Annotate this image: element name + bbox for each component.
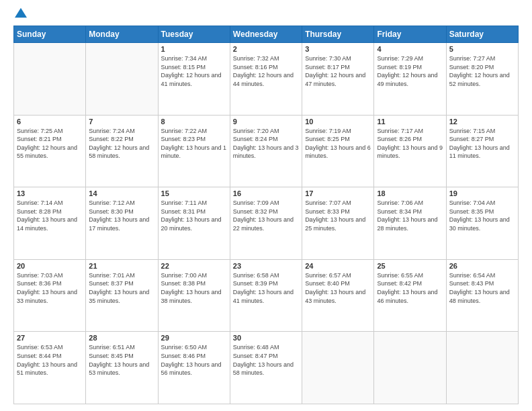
day-number: 13 <box>17 189 83 197</box>
calendar-cell: 24Sunrise: 6:57 AM Sunset: 8:40 PM Dayli… <box>302 259 374 332</box>
day-number: 5 <box>449 45 515 53</box>
calendar-cell: 22Sunrise: 7:00 AM Sunset: 8:38 PM Dayli… <box>158 259 230 332</box>
day-number: 29 <box>161 334 227 342</box>
calendar-body: 1Sunrise: 7:34 AM Sunset: 8:15 PM Daylig… <box>14 43 519 404</box>
calendar-cell: 7Sunrise: 7:24 AM Sunset: 8:22 PM Daylig… <box>86 115 158 187</box>
day-number: 19 <box>449 189 515 197</box>
day-number: 22 <box>161 262 227 270</box>
calendar-cell: 28Sunrise: 6:51 AM Sunset: 8:45 PM Dayli… <box>86 332 158 404</box>
calendar-cell: 2Sunrise: 7:32 AM Sunset: 8:16 PM Daylig… <box>230 43 302 116</box>
calendar-week-row-4: 20Sunrise: 7:03 AM Sunset: 8:36 PM Dayli… <box>14 259 519 332</box>
day-number: 30 <box>233 334 299 342</box>
day-info: Sunrise: 6:53 AM Sunset: 8:44 PM Dayligh… <box>17 343 83 377</box>
day-info: Sunrise: 7:04 AM Sunset: 8:35 PM Dayligh… <box>449 199 515 232</box>
page: SundayMondayTuesdayWednesdayThursdayFrid… <box>0 0 532 411</box>
day-info: Sunrise: 7:20 AM Sunset: 8:24 PM Dayligh… <box>233 127 299 161</box>
day-info: Sunrise: 7:22 AM Sunset: 8:23 PM Dayligh… <box>161 127 227 161</box>
day-info: Sunrise: 7:11 AM Sunset: 8:31 PM Dayligh… <box>161 199 227 232</box>
calendar-cell <box>86 43 158 116</box>
calendar-cell: 11Sunrise: 7:17 AM Sunset: 8:26 PM Dayli… <box>374 115 446 187</box>
day-info: Sunrise: 7:12 AM Sunset: 8:30 PM Dayligh… <box>89 199 154 232</box>
calendar-week-row-3: 13Sunrise: 7:14 AM Sunset: 8:28 PM Dayli… <box>14 187 519 260</box>
day-number: 2 <box>233 45 299 53</box>
day-number: 26 <box>449 262 515 270</box>
calendar-cell <box>374 332 446 404</box>
calendar-cell: 12Sunrise: 7:15 AM Sunset: 8:27 PM Dayli… <box>446 115 518 187</box>
calendar-cell: 9Sunrise: 7:20 AM Sunset: 8:24 PM Daylig… <box>230 115 302 187</box>
calendar-cell: 18Sunrise: 7:06 AM Sunset: 8:34 PM Dayli… <box>374 187 446 260</box>
calendar-weekday-tuesday: Tuesday <box>158 26 230 43</box>
day-number: 7 <box>89 118 154 126</box>
day-info: Sunrise: 6:50 AM Sunset: 8:46 PM Dayligh… <box>161 343 227 377</box>
calendar-weekday-friday: Friday <box>374 26 446 43</box>
day-info: Sunrise: 6:54 AM Sunset: 8:43 PM Dayligh… <box>449 271 515 305</box>
calendar-cell: 5Sunrise: 7:27 AM Sunset: 8:20 PM Daylig… <box>446 43 518 116</box>
day-info: Sunrise: 6:58 AM Sunset: 8:39 PM Dayligh… <box>233 271 299 305</box>
day-info: Sunrise: 7:14 AM Sunset: 8:28 PM Dayligh… <box>17 199 83 232</box>
day-info: Sunrise: 6:48 AM Sunset: 8:47 PM Dayligh… <box>233 343 299 377</box>
day-info: Sunrise: 7:19 AM Sunset: 8:25 PM Dayligh… <box>305 127 371 161</box>
day-info: Sunrise: 7:32 AM Sunset: 8:16 PM Dayligh… <box>233 54 299 88</box>
day-number: 24 <box>305 262 371 270</box>
day-number: 16 <box>233 189 299 197</box>
calendar-cell: 21Sunrise: 7:01 AM Sunset: 8:37 PM Dayli… <box>86 259 158 332</box>
day-info: Sunrise: 7:27 AM Sunset: 8:20 PM Dayligh… <box>449 54 515 88</box>
day-number: 4 <box>377 45 443 53</box>
day-number: 21 <box>89 262 154 270</box>
calendar-cell: 14Sunrise: 7:12 AM Sunset: 8:30 PM Dayli… <box>86 187 158 260</box>
day-number: 15 <box>161 189 227 197</box>
day-info: Sunrise: 7:30 AM Sunset: 8:17 PM Dayligh… <box>305 54 371 88</box>
calendar-cell: 16Sunrise: 7:09 AM Sunset: 8:32 PM Dayli… <box>230 187 302 260</box>
day-info: Sunrise: 7:17 AM Sunset: 8:26 PM Dayligh… <box>377 127 443 161</box>
calendar-cell: 17Sunrise: 7:07 AM Sunset: 8:33 PM Dayli… <box>302 187 374 260</box>
day-info: Sunrise: 6:57 AM Sunset: 8:40 PM Dayligh… <box>305 271 371 305</box>
day-info: Sunrise: 7:09 AM Sunset: 8:32 PM Dayligh… <box>233 199 299 232</box>
logo-icon <box>15 7 27 19</box>
day-number: 14 <box>89 189 154 197</box>
calendar-cell: 23Sunrise: 6:58 AM Sunset: 8:39 PM Dayli… <box>230 259 302 332</box>
day-number: 11 <box>377 118 443 126</box>
day-number: 23 <box>233 262 299 270</box>
day-number: 18 <box>377 189 443 197</box>
calendar-cell: 15Sunrise: 7:11 AM Sunset: 8:31 PM Dayli… <box>158 187 230 260</box>
calendar-cell: 10Sunrise: 7:19 AM Sunset: 8:25 PM Dayli… <box>302 115 374 187</box>
calendar-week-row-5: 27Sunrise: 6:53 AM Sunset: 8:44 PM Dayli… <box>14 332 519 404</box>
day-info: Sunrise: 6:51 AM Sunset: 8:45 PM Dayligh… <box>89 343 154 377</box>
day-info: Sunrise: 7:03 AM Sunset: 8:36 PM Dayligh… <box>17 271 83 305</box>
calendar-cell: 19Sunrise: 7:04 AM Sunset: 8:35 PM Dayli… <box>446 187 518 260</box>
day-number: 28 <box>89 334 154 342</box>
day-number: 17 <box>305 189 371 197</box>
calendar-cell: 20Sunrise: 7:03 AM Sunset: 8:36 PM Dayli… <box>14 259 86 332</box>
calendar-cell: 1Sunrise: 7:34 AM Sunset: 8:15 PM Daylig… <box>158 43 230 116</box>
day-info: Sunrise: 7:25 AM Sunset: 8:21 PM Dayligh… <box>17 127 83 161</box>
calendar-cell: 3Sunrise: 7:30 AM Sunset: 8:17 PM Daylig… <box>302 43 374 116</box>
calendar-week-row-1: 1Sunrise: 7:34 AM Sunset: 8:15 PM Daylig… <box>14 43 519 116</box>
day-number: 12 <box>449 118 515 126</box>
calendar-cell: 27Sunrise: 6:53 AM Sunset: 8:44 PM Dayli… <box>14 332 86 404</box>
day-number: 6 <box>17 118 83 126</box>
day-number: 10 <box>305 118 371 126</box>
calendar-table: SundayMondayTuesdayWednesdayThursdayFrid… <box>13 26 519 404</box>
calendar-cell <box>302 332 374 404</box>
day-info: Sunrise: 7:01 AM Sunset: 8:37 PM Dayligh… <box>89 271 154 305</box>
logo-text <box>13 12 27 19</box>
svg-marker-0 <box>15 8 27 17</box>
calendar-weekday-sunday: Sunday <box>14 26 86 43</box>
day-info: Sunrise: 7:07 AM Sunset: 8:33 PM Dayligh… <box>305 199 371 232</box>
day-info: Sunrise: 6:55 AM Sunset: 8:42 PM Dayligh… <box>377 271 443 305</box>
day-info: Sunrise: 7:15 AM Sunset: 8:27 PM Dayligh… <box>449 127 515 161</box>
day-info: Sunrise: 7:29 AM Sunset: 8:19 PM Dayligh… <box>377 54 443 88</box>
calendar-cell: 25Sunrise: 6:55 AM Sunset: 8:42 PM Dayli… <box>374 259 446 332</box>
calendar-header-row: SundayMondayTuesdayWednesdayThursdayFrid… <box>14 26 519 43</box>
day-number: 1 <box>161 45 227 53</box>
calendar-weekday-monday: Monday <box>86 26 158 43</box>
calendar-cell <box>446 332 518 404</box>
day-number: 3 <box>305 45 371 53</box>
day-number: 20 <box>17 262 83 270</box>
logo <box>13 12 27 19</box>
day-number: 25 <box>377 262 443 270</box>
calendar-cell: 13Sunrise: 7:14 AM Sunset: 8:28 PM Dayli… <box>14 187 86 260</box>
day-number: 27 <box>17 334 83 342</box>
day-info: Sunrise: 7:06 AM Sunset: 8:34 PM Dayligh… <box>377 199 443 232</box>
calendar-weekday-saturday: Saturday <box>446 26 518 43</box>
